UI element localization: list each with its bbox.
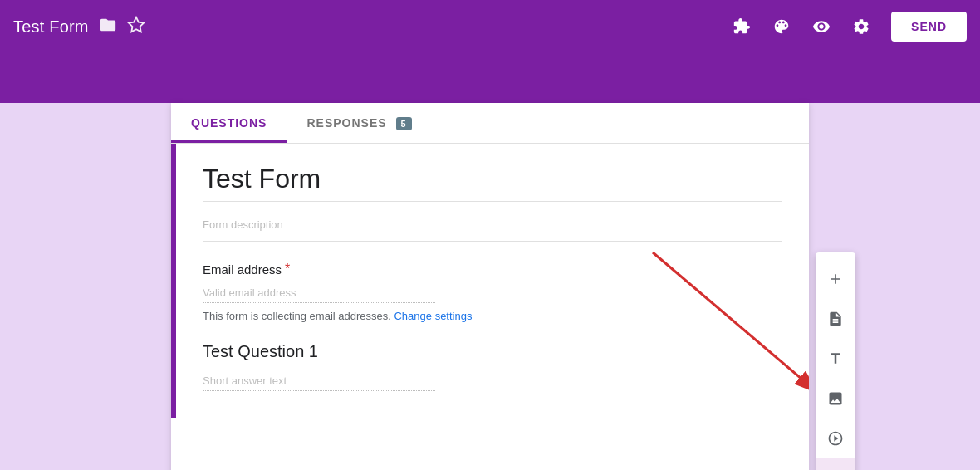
tabs-bar: QUESTIONS RESPONSES 5 <box>171 103 809 144</box>
palette-icon[interactable] <box>765 10 798 43</box>
email-label: Email address * <box>203 262 782 277</box>
question-1-section: Test Question 1 Short answer text <box>203 342 782 391</box>
sidebar-toolbar <box>816 252 855 470</box>
form-wrapper: QUESTIONS RESPONSES 5 Test Form Form des… <box>171 103 809 470</box>
required-star: * <box>285 262 290 277</box>
add-title-button[interactable] <box>816 339 855 379</box>
email-input-placeholder[interactable]: Valid email address <box>203 283 435 303</box>
purple-band <box>0 53 980 103</box>
import-questions-button[interactable] <box>816 299 855 339</box>
app-title: Test Form <box>13 17 89 37</box>
send-button[interactable]: SEND <box>891 12 967 42</box>
add-video-button[interactable] <box>816 419 855 458</box>
svg-marker-0 <box>129 17 144 31</box>
header: Test Form SEND <box>0 0 980 53</box>
question-1-title[interactable]: Test Question 1 <box>203 342 782 361</box>
form-description-placeholder[interactable]: Form description <box>203 208 782 242</box>
question-1-placeholder[interactable]: Short answer text <box>203 371 435 391</box>
star-icon[interactable] <box>127 16 145 38</box>
centered-container: QUESTIONS RESPONSES 5 Test Form Form des… <box>171 103 809 470</box>
form-content: Test Form Form description Email address… <box>171 144 809 418</box>
form-title[interactable]: Test Form <box>203 164 782 202</box>
add-section-button[interactable] <box>816 458 855 470</box>
main-area: QUESTIONS RESPONSES 5 Test Form Form des… <box>0 103 980 470</box>
tab-questions[interactable]: QUESTIONS <box>171 103 287 143</box>
email-section: Email address * Valid email address This… <box>203 262 782 322</box>
folder-icon[interactable] <box>99 16 117 38</box>
collecting-notice: This form is collecting email addresses.… <box>203 310 782 322</box>
settings-icon[interactable] <box>845 10 878 43</box>
tab-responses[interactable]: RESPONSES 5 <box>287 103 431 143</box>
header-right: SEND <box>725 10 967 43</box>
change-settings-link[interactable]: Change settings <box>394 310 472 322</box>
preview-icon[interactable] <box>805 10 838 43</box>
header-left: Test Form <box>13 16 725 38</box>
add-image-button[interactable] <box>816 379 855 419</box>
extensions-icon[interactable] <box>725 10 758 43</box>
add-question-button[interactable] <box>816 259 855 299</box>
responses-badge: 5 <box>396 117 412 130</box>
